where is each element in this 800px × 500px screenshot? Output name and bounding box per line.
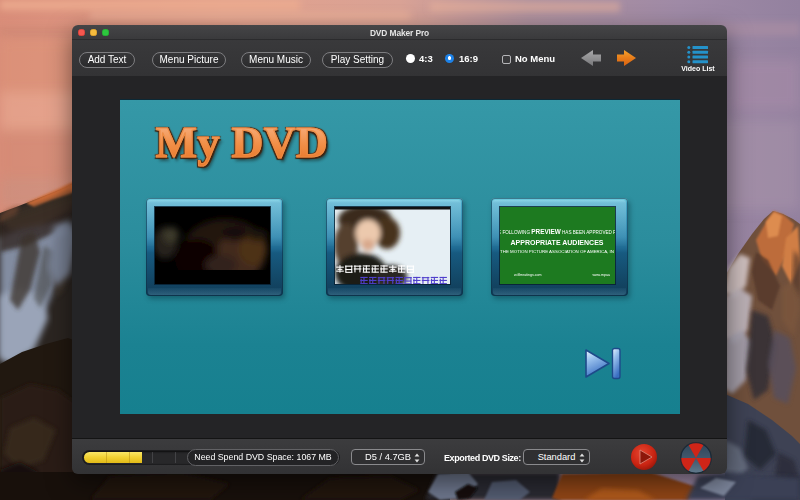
- svg-text:THE MOTION PICTURE ASSOCIATION: THE MOTION PICTURE ASSOCIATION OF AMERIC…: [500, 249, 614, 254]
- svg-text:www.mpaa: www.mpaa: [592, 273, 610, 277]
- svg-text:w.filmratings.com: w.filmratings.com: [514, 273, 542, 277]
- svg-text:APPROPRIATE AUDIENCES: APPROPRIATE AUDIENCES: [510, 239, 603, 246]
- svg-text:E FOLLOWING PREVIEW HAS BEEN A: E FOLLOWING PREVIEW HAS BEEN APPROVED F: [500, 228, 615, 235]
